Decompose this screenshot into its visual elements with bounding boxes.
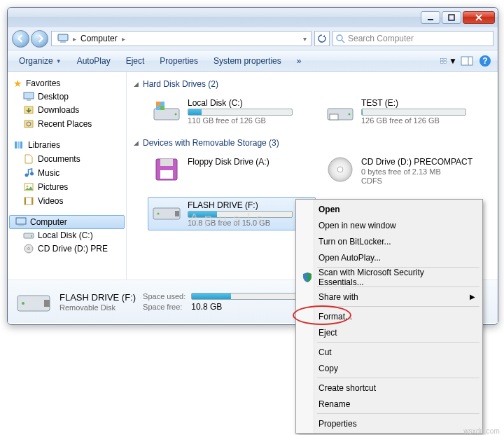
section-hdd[interactable]: ◢Hard Disk Drives (2) [134, 76, 491, 92]
svg-rect-10 [461, 57, 472, 65]
svg-rect-36 [160, 106, 164, 110]
autoplay-button[interactable]: AutoPlay [70, 54, 118, 68]
menu-create-shortcut[interactable]: Create shortcut [298, 380, 481, 396]
menu-open[interactable]: Open [298, 201, 481, 217]
chevron-right-icon: ▸ [122, 35, 125, 43]
view-options-button[interactable]: ▼ [440, 53, 457, 69]
eject-button[interactable]: Eject [119, 54, 152, 68]
maximize-button[interactable] [442, 11, 461, 24]
svg-rect-25 [24, 198, 26, 205]
breadcrumb[interactable]: ▸ Computer ▸ ▾ [51, 31, 312, 46]
svg-rect-15 [27, 99, 31, 101]
star-icon: ★ [13, 78, 22, 89]
titlebar [8, 8, 498, 27]
libraries-icon [13, 139, 24, 151]
computer-icon [57, 34, 69, 43]
svg-rect-9 [444, 62, 446, 64]
search-input[interactable]: Search Computer [332, 31, 493, 46]
svg-point-45 [337, 167, 343, 172]
menu-open-new-window[interactable]: Open in new window [298, 217, 481, 233]
svg-point-4 [337, 35, 342, 41]
system-properties-button[interactable]: System properties [206, 54, 288, 68]
svg-rect-14 [24, 92, 34, 99]
menu-share-with[interactable]: Share with▶ [298, 289, 481, 305]
nav-downloads[interactable]: Downloads [8, 103, 126, 117]
nav-desktop[interactable]: Desktop [8, 90, 126, 103]
disc-icon [23, 243, 34, 254]
menu-autoplay[interactable]: Open AutoPlay... [298, 249, 481, 265]
svg-point-51 [22, 302, 24, 305]
shield-icon [301, 271, 314, 284]
search-placeholder: Search Computer [348, 34, 414, 43]
svg-line-5 [342, 40, 344, 43]
search-icon [336, 34, 345, 43]
toolbar: Organize▼ AutoPlay Eject Properties Syst… [8, 50, 498, 72]
removable-icon [15, 286, 52, 318]
svg-rect-27 [16, 218, 26, 224]
nav-documents[interactable]: Documents [8, 152, 126, 166]
drive-free: 126 GB free of 126 GB [361, 116, 466, 125]
chevron-right-icon: ▶ [470, 293, 475, 301]
section-removable[interactable]: ◢Devices with Removable Storage (3) [134, 135, 491, 151]
favorites-header[interactable]: ★Favorites [8, 76, 126, 90]
menu-copy[interactable]: Copy [298, 360, 481, 376]
address-bar: ▸ Computer ▸ ▾ Search Computer [8, 27, 498, 50]
capacity-bar [188, 211, 293, 218]
nav-local-c[interactable]: Local Disk (C:) [8, 229, 126, 242]
drive-label: FLASH DRIVE (F:) [188, 200, 293, 210]
drive-local-c[interactable]: Local Disk (C:) 110 GB free of 126 GB [148, 95, 316, 128]
navigation-pane: ★Favorites Desktop Downloads Recent Plac… [8, 72, 127, 279]
nav-videos[interactable]: Videos [8, 194, 126, 208]
hdd-icon [326, 99, 355, 123]
svg-point-48 [158, 213, 160, 215]
svg-point-30 [31, 235, 32, 237]
refresh-button[interactable] [314, 31, 330, 46]
nav-computer[interactable]: Computer [9, 215, 125, 229]
computer-group: Computer Local Disk (C:) CD Drive (D:) P… [8, 215, 126, 256]
drive-cd-d[interactable]: CD Drive (D:) PRECOMPACT 0 bytes free of… [321, 153, 489, 188]
toolbar-overflow-button[interactable]: » [290, 54, 309, 68]
svg-rect-3 [60, 41, 66, 43]
svg-rect-7 [444, 59, 446, 61]
drive-flash-f[interactable]: FLASH DRIVE (F:) 10.8 GB free of 15.0 GB [148, 197, 316, 230]
collapse-icon: ◢ [134, 139, 139, 146]
svg-rect-47 [175, 211, 179, 216]
back-button[interactable] [12, 30, 29, 48]
menu-format[interactable]: Format... [298, 308, 481, 324]
drive-floppy-a[interactable]: Floppy Disk Drive (A:) [148, 153, 316, 188]
downloads-icon [23, 104, 34, 116]
preview-pane-button[interactable] [458, 53, 475, 69]
libraries-header[interactable]: Libraries [8, 138, 126, 152]
close-button[interactable] [463, 11, 495, 24]
menu-scan-mse[interactable]: Scan with Microsoft Security Essentials.… [298, 269, 481, 285]
space-used-label: Space used: [143, 292, 186, 301]
chevron-down-icon[interactable]: ▾ [303, 35, 309, 43]
forward-button[interactable] [31, 30, 48, 48]
nav-music[interactable]: Music [8, 166, 126, 180]
minimize-button[interactable] [421, 11, 440, 24]
hdd-icon [23, 231, 34, 240]
nav-recent-places[interactable]: Recent Places [8, 117, 126, 131]
menu-bitlocker[interactable]: Turn on BitLocker... [298, 233, 481, 249]
drive-free: 10.8 GB free of 15.0 GB [188, 219, 293, 227]
recent-icon [23, 118, 34, 130]
menu-rename[interactable]: Rename [298, 396, 481, 412]
svg-point-21 [30, 172, 34, 176]
menu-eject[interactable]: Eject [298, 324, 481, 340]
removable-icon [151, 202, 182, 223]
music-icon [23, 167, 34, 179]
properties-button[interactable]: Properties [153, 54, 205, 68]
menu-cut[interactable]: Cut [298, 344, 481, 360]
svg-rect-6 [441, 59, 443, 61]
breadcrumb-computer[interactable]: Computer [76, 32, 122, 46]
drive-test-e[interactable]: TEST (E:) 126 GB free of 126 GB [321, 95, 489, 128]
help-button[interactable]: ? [477, 53, 493, 69]
nav-pictures[interactable]: Pictures [8, 180, 126, 194]
organize-button[interactable]: Organize▼ [12, 54, 69, 68]
svg-rect-29 [24, 233, 34, 238]
nav-cd-d[interactable]: CD Drive (D:) PRE [8, 242, 126, 256]
menu-properties[interactable]: Properties [298, 415, 481, 431]
svg-point-32 [28, 248, 30, 250]
libraries-group: Libraries Documents Music Pictures Video… [8, 138, 126, 208]
svg-point-23 [27, 186, 29, 188]
